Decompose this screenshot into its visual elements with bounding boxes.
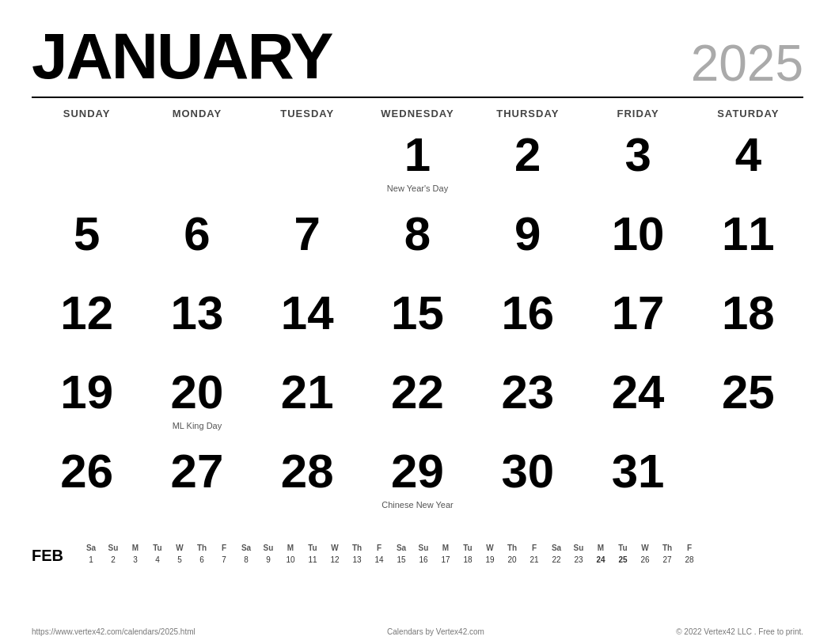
mini-day: 24: [590, 554, 612, 566]
mini-month-label: FEB: [32, 542, 67, 565]
calendar-cell: 12: [32, 282, 142, 362]
calendar-cell: 16: [473, 282, 583, 362]
day-number: 29: [366, 445, 469, 498]
mini-day: 7: [213, 554, 235, 566]
mini-day: 26: [634, 554, 656, 566]
calendar-cell: 31: [583, 441, 693, 520]
calendar-cell: 15: [362, 282, 473, 362]
calendar-grid: 1New Year's Day2345678910111213141516171…: [32, 124, 803, 520]
mini-header: Tu: [302, 542, 324, 554]
calendar-cell: 3: [583, 124, 693, 203]
calendar-cell: 8: [362, 203, 473, 282]
day-number: 18: [696, 287, 800, 339]
calendar-cell: 13: [142, 282, 252, 362]
mini-day: 11: [302, 554, 324, 566]
day-number: 22: [366, 366, 469, 419]
day-number: 5: [35, 208, 139, 260]
mini-day: 3: [124, 554, 146, 566]
mini-header: Sa: [545, 542, 567, 554]
calendar-cell: 2: [473, 124, 583, 203]
day-number: 3: [586, 129, 689, 181]
day-number: 17: [586, 287, 689, 339]
calendar-cell: 20ML King Day: [142, 362, 252, 441]
day-number: 11: [696, 208, 800, 260]
year-title: 2025: [691, 38, 803, 89]
mini-header: Th: [656, 542, 678, 554]
mini-day: 20: [501, 554, 523, 566]
mini-header: Sa: [390, 542, 412, 554]
day-number: 26: [35, 445, 139, 498]
day-number: 9: [476, 208, 579, 260]
mini-day: 23: [567, 554, 590, 566]
calendar-cell: 23: [473, 362, 583, 441]
holiday-text: Chinese New Year: [366, 499, 469, 510]
calendar-cell: 24: [583, 362, 693, 441]
day-headers: SUNDAYMONDAYTUESDAYWEDNESDAYTHURSDAYFRID…: [32, 103, 803, 124]
day-number: 7: [256, 208, 359, 260]
mini-day: 9: [257, 554, 279, 566]
mini-header: Su: [102, 542, 124, 554]
mini-header: Sa: [235, 542, 257, 554]
day-header: SUNDAY: [32, 103, 142, 124]
calendar-cell: 27: [142, 441, 252, 520]
day-header: FRIDAY: [583, 103, 693, 124]
mini-header: M: [124, 542, 146, 554]
mini-header: Th: [191, 542, 213, 554]
mini-day: 10: [279, 554, 302, 566]
mini-header: F: [368, 542, 390, 554]
calendar-cell: 10: [583, 203, 693, 282]
mini-day: 22: [545, 554, 567, 566]
mini-header: Th: [346, 542, 368, 554]
mini-day: 2: [102, 554, 124, 566]
mini-header: Su: [567, 542, 590, 554]
mini-day: 5: [169, 554, 191, 566]
mini-day: 14: [368, 554, 390, 566]
footer-center: Calendars by Vertex42.com: [387, 627, 484, 636]
mini-day: 8: [235, 554, 257, 566]
calendar-cell: [32, 124, 142, 203]
holiday-text: ML King Day: [145, 420, 249, 431]
mini-day: 19: [479, 554, 501, 566]
day-number: 24: [586, 366, 689, 419]
mini-header: Su: [412, 542, 435, 554]
calendar-cell: 5: [32, 203, 142, 282]
mini-header: Th: [501, 542, 523, 554]
mini-header: W: [479, 542, 501, 554]
calendar-cell: 6: [142, 203, 252, 282]
day-number: 12: [35, 287, 139, 339]
holiday-text: New Year's Day: [366, 183, 469, 194]
calendar-cell: 11: [693, 203, 803, 282]
mini-header: F: [523, 542, 545, 554]
mini-header: Sa: [80, 542, 102, 554]
day-number: 14: [256, 287, 359, 339]
day-number: 2: [476, 129, 579, 181]
footer-row: https://www.vertex42.com/calendars/2025.…: [0, 627, 835, 636]
mini-day: 1: [80, 554, 102, 566]
mini-header: M: [590, 542, 612, 554]
mini-day: 18: [457, 554, 479, 566]
calendar-cell: 28: [252, 441, 362, 520]
calendar-cell: 22: [362, 362, 473, 441]
mini-day: 13: [346, 554, 368, 566]
day-header: SATURDAY: [693, 103, 803, 124]
mini-header: Tu: [612, 542, 634, 554]
day-header: MONDAY: [142, 103, 252, 124]
day-number: 4: [696, 129, 800, 181]
calendar-cell: 18: [693, 282, 803, 362]
mini-day: 6: [191, 554, 213, 566]
mini-header: W: [634, 542, 656, 554]
mini-day: 15: [390, 554, 412, 566]
day-number: 27: [145, 445, 249, 498]
calendar-cell: [142, 124, 252, 203]
mini-day: 28: [678, 554, 700, 566]
day-number: 1: [366, 129, 469, 181]
day-number: 16: [476, 287, 579, 339]
mini-day: 21: [523, 554, 545, 566]
mini-calendar-section: FEB SaSuMTuWThFSaSuMTuWThFSaSuMTuWThFSaS…: [0, 534, 835, 574]
mini-header: W: [169, 542, 191, 554]
mini-day: 4: [146, 554, 169, 566]
mini-day: 12: [324, 554, 346, 566]
day-number: 31: [586, 445, 689, 498]
day-number: 21: [256, 366, 359, 419]
header-divider: [32, 97, 803, 98]
